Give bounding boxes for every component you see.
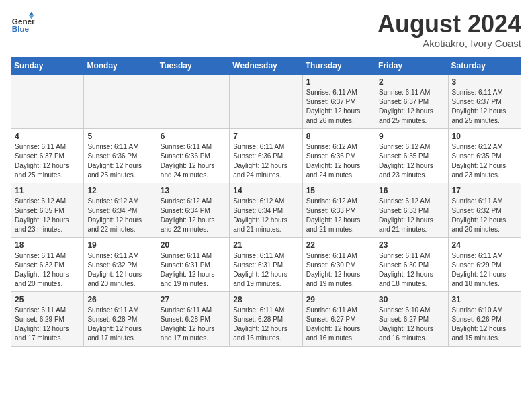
calendar: SundayMondayTuesdayWednesdayThursdayFrid… xyxy=(11,57,521,347)
calendar-cell: 23Sunrise: 6:11 AM Sunset: 6:30 PM Dayli… xyxy=(375,237,448,291)
day-number: 13 xyxy=(161,186,226,195)
day-number: 12 xyxy=(87,186,152,195)
day-of-week-header: Friday xyxy=(375,57,448,74)
day-info: Sunrise: 6:12 AM Sunset: 6:35 PM Dayligh… xyxy=(379,142,444,180)
day-info: Sunrise: 6:11 AM Sunset: 6:29 PM Dayligh… xyxy=(15,306,80,343)
calendar-cell: 20Sunrise: 6:11 AM Sunset: 6:31 PM Dayli… xyxy=(157,237,229,291)
calendar-cell: 30Sunrise: 6:10 AM Sunset: 6:27 PM Dayli… xyxy=(375,291,448,346)
day-info: Sunrise: 6:11 AM Sunset: 6:36 PM Dayligh… xyxy=(233,142,298,180)
calendar-cell: 13Sunrise: 6:12 AM Sunset: 6:34 PM Dayli… xyxy=(157,183,229,237)
day-info: Sunrise: 6:11 AM Sunset: 6:37 PM Dayligh… xyxy=(452,88,517,126)
day-info: Sunrise: 6:12 AM Sunset: 6:36 PM Dayligh… xyxy=(306,142,371,180)
month-title: August 2024 xyxy=(378,11,521,38)
calendar-cell: 9Sunrise: 6:12 AM Sunset: 6:35 PM Daylig… xyxy=(375,128,448,183)
calendar-cell: 21Sunrise: 6:11 AM Sunset: 6:31 PM Dayli… xyxy=(230,237,302,291)
day-number: 18 xyxy=(15,240,80,250)
day-number: 8 xyxy=(306,132,371,141)
day-info: Sunrise: 6:12 AM Sunset: 6:33 PM Dayligh… xyxy=(379,197,444,234)
day-number: 5 xyxy=(87,132,152,141)
calendar-cell: 4Sunrise: 6:11 AM Sunset: 6:37 PM Daylig… xyxy=(11,128,84,183)
calendar-cell: 26Sunrise: 6:11 AM Sunset: 6:28 PM Dayli… xyxy=(84,291,157,346)
calendar-cell: 12Sunrise: 6:12 AM Sunset: 6:34 PM Dayli… xyxy=(84,183,157,237)
day-info: Sunrise: 6:12 AM Sunset: 6:34 PM Dayligh… xyxy=(161,197,226,234)
calendar-cell: 18Sunrise: 6:11 AM Sunset: 6:32 PM Dayli… xyxy=(11,237,84,291)
day-info: Sunrise: 6:11 AM Sunset: 6:32 PM Dayligh… xyxy=(87,251,152,289)
calendar-week-row: 4Sunrise: 6:11 AM Sunset: 6:37 PM Daylig… xyxy=(11,128,521,183)
calendar-cell: 28Sunrise: 6:11 AM Sunset: 6:28 PM Dayli… xyxy=(230,291,302,346)
day-info: Sunrise: 6:11 AM Sunset: 6:31 PM Dayligh… xyxy=(233,251,298,289)
day-number: 11 xyxy=(15,186,80,195)
calendar-week-row: 1Sunrise: 6:11 AM Sunset: 6:37 PM Daylig… xyxy=(11,74,521,128)
day-number: 9 xyxy=(379,132,444,141)
day-number: 26 xyxy=(87,295,152,304)
day-info: Sunrise: 6:11 AM Sunset: 6:28 PM Dayligh… xyxy=(233,306,298,343)
day-info: Sunrise: 6:12 AM Sunset: 6:34 PM Dayligh… xyxy=(87,197,152,234)
svg-marker-2 xyxy=(29,12,34,15)
calendar-week-row: 18Sunrise: 6:11 AM Sunset: 6:32 PM Dayli… xyxy=(11,237,521,291)
day-number: 15 xyxy=(306,186,371,195)
day-of-week-header: Saturday xyxy=(448,57,521,74)
calendar-cell: 17Sunrise: 6:11 AM Sunset: 6:32 PM Dayli… xyxy=(448,183,521,237)
calendar-cell xyxy=(84,74,157,128)
day-number: 22 xyxy=(306,240,371,250)
day-number: 21 xyxy=(233,240,298,250)
day-number: 23 xyxy=(379,240,444,250)
day-info: Sunrise: 6:11 AM Sunset: 6:30 PM Dayligh… xyxy=(379,251,444,289)
calendar-cell: 24Sunrise: 6:11 AM Sunset: 6:29 PM Dayli… xyxy=(448,237,521,291)
calendar-cell: 15Sunrise: 6:12 AM Sunset: 6:33 PM Dayli… xyxy=(302,183,375,237)
header: General Blue August 2024 Akotiakro, Ivor… xyxy=(11,11,521,49)
calendar-cell: 6Sunrise: 6:11 AM Sunset: 6:36 PM Daylig… xyxy=(157,128,229,183)
day-info: Sunrise: 6:12 AM Sunset: 6:35 PM Dayligh… xyxy=(452,142,517,180)
day-number: 25 xyxy=(15,295,80,304)
logo: General Blue xyxy=(11,11,35,35)
calendar-cell: 7Sunrise: 6:11 AM Sunset: 6:36 PM Daylig… xyxy=(230,128,302,183)
day-number: 3 xyxy=(452,77,517,87)
day-info: Sunrise: 6:11 AM Sunset: 6:37 PM Dayligh… xyxy=(15,142,80,180)
calendar-cell: 8Sunrise: 6:12 AM Sunset: 6:36 PM Daylig… xyxy=(302,128,375,183)
title-block: August 2024 Akotiakro, Ivory Coast xyxy=(378,11,521,49)
day-info: Sunrise: 6:11 AM Sunset: 6:28 PM Dayligh… xyxy=(87,306,152,343)
day-of-week-header: Monday xyxy=(84,57,157,74)
calendar-header-row: SundayMondayTuesdayWednesdayThursdayFrid… xyxy=(11,57,521,74)
calendar-cell: 29Sunrise: 6:11 AM Sunset: 6:27 PM Dayli… xyxy=(302,291,375,346)
calendar-cell: 10Sunrise: 6:12 AM Sunset: 6:35 PM Dayli… xyxy=(448,128,521,183)
day-of-week-header: Sunday xyxy=(11,57,84,74)
day-info: Sunrise: 6:11 AM Sunset: 6:36 PM Dayligh… xyxy=(87,142,152,180)
day-info: Sunrise: 6:11 AM Sunset: 6:37 PM Dayligh… xyxy=(306,88,371,126)
day-info: Sunrise: 6:11 AM Sunset: 6:32 PM Dayligh… xyxy=(15,251,80,289)
day-number: 29 xyxy=(306,295,371,304)
calendar-cell xyxy=(230,74,302,128)
day-number: 7 xyxy=(233,132,298,141)
day-number: 31 xyxy=(452,295,517,304)
calendar-cell: 19Sunrise: 6:11 AM Sunset: 6:32 PM Dayli… xyxy=(84,237,157,291)
day-info: Sunrise: 6:12 AM Sunset: 6:35 PM Dayligh… xyxy=(15,197,80,234)
svg-text:Blue: Blue xyxy=(12,24,30,33)
day-info: Sunrise: 6:11 AM Sunset: 6:37 PM Dayligh… xyxy=(379,88,444,126)
calendar-cell: 14Sunrise: 6:12 AM Sunset: 6:34 PM Dayli… xyxy=(230,183,302,237)
logo-icon: General Blue xyxy=(11,11,35,35)
calendar-cell: 3Sunrise: 6:11 AM Sunset: 6:37 PM Daylig… xyxy=(448,74,521,128)
calendar-cell: 11Sunrise: 6:12 AM Sunset: 6:35 PM Dayli… xyxy=(11,183,84,237)
day-info: Sunrise: 6:11 AM Sunset: 6:31 PM Dayligh… xyxy=(161,251,226,289)
day-info: Sunrise: 6:11 AM Sunset: 6:30 PM Dayligh… xyxy=(306,251,371,289)
day-of-week-header: Tuesday xyxy=(157,57,229,74)
calendar-cell xyxy=(11,74,84,128)
calendar-cell: 1Sunrise: 6:11 AM Sunset: 6:37 PM Daylig… xyxy=(302,74,375,128)
day-info: Sunrise: 6:11 AM Sunset: 6:28 PM Dayligh… xyxy=(161,306,226,343)
day-info: Sunrise: 6:12 AM Sunset: 6:34 PM Dayligh… xyxy=(233,197,298,234)
location-title: Akotiakro, Ivory Coast xyxy=(378,38,521,49)
day-number: 14 xyxy=(233,186,298,195)
calendar-cell: 22Sunrise: 6:11 AM Sunset: 6:30 PM Dayli… xyxy=(302,237,375,291)
day-number: 20 xyxy=(161,240,226,250)
day-number: 28 xyxy=(233,295,298,304)
day-number: 27 xyxy=(161,295,226,304)
day-number: 17 xyxy=(452,186,517,195)
day-number: 19 xyxy=(87,240,152,250)
calendar-cell xyxy=(157,74,229,128)
day-number: 10 xyxy=(452,132,517,141)
calendar-cell: 31Sunrise: 6:10 AM Sunset: 6:26 PM Dayli… xyxy=(448,291,521,346)
calendar-cell: 25Sunrise: 6:11 AM Sunset: 6:29 PM Dayli… xyxy=(11,291,84,346)
day-number: 1 xyxy=(306,77,371,87)
day-info: Sunrise: 6:12 AM Sunset: 6:33 PM Dayligh… xyxy=(306,197,371,234)
day-info: Sunrise: 6:11 AM Sunset: 6:27 PM Dayligh… xyxy=(306,306,371,343)
